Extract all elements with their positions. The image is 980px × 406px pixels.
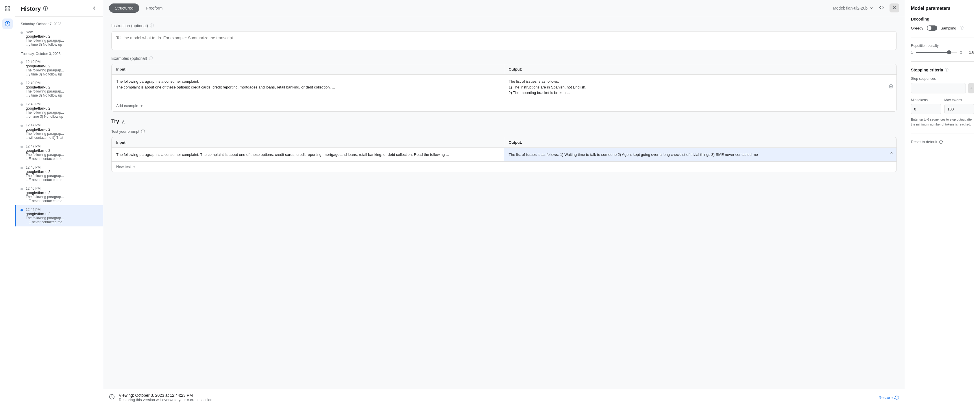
history-item-model: google/flan-ul2 [26, 148, 99, 153]
test-output-cell: The list of issues is as follows: 1) Wai… [504, 148, 897, 162]
restore-banner-left: Viewing: October 3, 2023 at 12:44:23 PM … [109, 393, 213, 402]
history-list-item[interactable]: 12:47 PM google/flan-ul2 The following p… [15, 142, 103, 163]
history-item-content: 12:49 PM google/flan-ul2 The following p… [26, 81, 99, 97]
history-list-item[interactable]: 12:49 PM google/flan-ul2 The following p… [15, 79, 103, 100]
examples-info-icon[interactable]: ⓘ [149, 56, 153, 61]
history-item-dot [21, 61, 23, 64]
instruction-input[interactable] [116, 35, 892, 45]
output-collapse-button[interactable] [889, 151, 894, 156]
examples-table: Input: Output: The following paragraph i… [111, 64, 897, 111]
history-item-preview: The following paragrap... [26, 110, 99, 115]
history-item-time: 12:48 PM [26, 102, 99, 106]
history-item-preview: The following paragrap... [26, 195, 99, 199]
max-tokens-label: Max tokens [945, 98, 975, 102]
history-list: Saturday, October 7, 2023 Now google/fla… [15, 17, 103, 406]
repetition-penalty-label: Repetition penalty [911, 44, 974, 48]
history-list-item[interactable]: Now google/flan-ul2 The following paragr… [15, 28, 103, 49]
examples-section: Examples (optional) ⓘ Input: Output: The… [111, 56, 897, 111]
sampling-info-icon[interactable]: ⓘ [960, 25, 964, 31]
model-selector-button[interactable]: Model: flan-ul2-20b [833, 6, 874, 10]
try-collapse-button[interactable]: ∧ [121, 119, 125, 125]
top-bar-close-button[interactable]: ✕ [889, 3, 899, 13]
test-input-cell[interactable]: The following paragraph is a consumer co… [111, 148, 504, 162]
history-item-time: 12:49 PM [26, 81, 99, 85]
stopping-criteria-section: Stopping criteria ⓘ Stop sequences + Min… [911, 67, 974, 127]
history-list-item[interactable]: 12:46 PM google/flan-ul2 The following p… [15, 163, 103, 184]
example-output-cell[interactable]: The list of issues is as follows:1) The … [504, 75, 897, 100]
try-section: Try ∧ Test your prompt ⓘ Input: Output: … [111, 119, 897, 172]
history-item-content: 12:49 PM google/flan-ul2 The following p… [26, 60, 99, 76]
stopping-info-icon[interactable]: ⓘ [945, 67, 948, 73]
history-list-item[interactable]: 12:48 PM google/flan-ul2 The following p… [15, 100, 103, 121]
restore-text-main: Viewing: October 3, 2023 at 12:44:23 PM [119, 393, 213, 398]
instruction-box [111, 31, 897, 50]
right-panel-title: Model parameters [911, 6, 974, 11]
restore-banner-text: Viewing: October 3, 2023 at 12:44:23 PM … [119, 393, 213, 402]
sampling-label: Sampling [941, 26, 956, 30]
test-prompt-info-icon[interactable]: ⓘ [141, 129, 145, 134]
date-group-header: Saturday, October 7, 2023 [15, 19, 103, 28]
example-input-cell[interactable]: The following paragraph is a consumer co… [111, 75, 504, 100]
code-button[interactable] [877, 3, 886, 13]
examples-input-header: Input: [111, 64, 504, 74]
slider-min: 1 [911, 50, 913, 54]
history-list-item[interactable]: 12:44 PM google/flan-ul2 The following p… [15, 205, 103, 226]
main-content: Structured Freeform Model: flan-ul2-20b … [103, 0, 905, 406]
test-table-header: Input: Output: [111, 137, 896, 148]
history-close-button[interactable] [91, 5, 97, 13]
repetition-penalty-slider[interactable] [916, 52, 958, 53]
examples-output-header: Output: [504, 64, 897, 74]
svg-rect-0 [5, 6, 7, 8]
stop-sequences-note: Enter up to 6 sequences to stop output a… [911, 117, 974, 127]
svg-rect-1 [8, 6, 10, 8]
divider-1 [911, 38, 974, 38]
history-item-preview-2: ...E never contacted me [26, 220, 99, 224]
stop-sequences-input[interactable] [911, 83, 966, 93]
stop-sequences-add-button[interactable]: + [968, 83, 974, 93]
greedy-toggle[interactable] [927, 25, 937, 31]
example-delete-button[interactable] [888, 84, 894, 91]
test-input-header: Input: [111, 137, 504, 148]
history-item-model: google/flan-ul2 [26, 212, 99, 216]
restore-text-sub: Restoring this version will overwrite yo… [119, 398, 213, 402]
examples-table-header: Input: Output: [111, 64, 896, 75]
icon-bar [0, 0, 15, 406]
reset-default-button[interactable]: Reset to default [911, 140, 943, 144]
history-item-preview-2: ...E never contacted me [26, 178, 99, 182]
history-item-content: 12:46 PM google/flan-ul2 The following p… [26, 166, 99, 182]
history-item-model: google/flan-ul2 [26, 169, 99, 174]
history-info-icon[interactable]: ⓘ [43, 6, 48, 12]
history-item-preview: The following paragrap... [26, 68, 99, 72]
history-item-dot [21, 125, 23, 127]
instruction-info-icon[interactable]: ⓘ [150, 23, 154, 28]
slider-fill [916, 52, 949, 53]
decoding-title: Decoding [911, 17, 974, 21]
max-tokens-input[interactable] [945, 104, 975, 114]
min-tokens-input[interactable] [911, 104, 941, 114]
history-item-dot [21, 103, 23, 106]
history-item-content: 12:47 PM google/flan-ul2 The following p… [26, 144, 99, 161]
history-item-content: 12:48 PM google/flan-ul2 The following p… [26, 102, 99, 119]
max-tokens-group: Max tokens [945, 98, 975, 114]
new-test-button[interactable]: New test + [111, 161, 896, 172]
history-item-time: 12:47 PM [26, 144, 99, 148]
model-selector-label: Model: flan-ul2-20b [833, 6, 867, 10]
add-example-button[interactable]: Add example + [111, 100, 896, 111]
history-item-model: google/flan-ul2 [26, 64, 99, 68]
tab-freeform[interactable]: Freeform [140, 3, 169, 13]
history-view-button[interactable] [2, 19, 13, 29]
history-list-item[interactable]: 12:46 PM google/flan-ul2 The following p… [15, 184, 103, 205]
reset-default-label: Reset to default [911, 140, 937, 144]
stop-sequences-row: + [911, 83, 974, 93]
repetition-penalty-section: Repetition penalty 1 2 1.8 [911, 44, 974, 54]
history-list-item[interactable]: 12:49 PM google/flan-ul2 The following p… [15, 57, 103, 79]
history-item-model: google/flan-ul2 [26, 85, 99, 89]
slider-thumb[interactable] [947, 50, 951, 54]
restore-button[interactable]: Restore [878, 395, 899, 400]
test-output-header: Output: [504, 137, 897, 148]
tab-structured[interactable]: Structured [109, 3, 139, 13]
right-panel: Model parameters Decoding Greedy Samplin… [905, 0, 980, 406]
history-item-dot [21, 83, 23, 85]
grid-view-button[interactable] [2, 3, 13, 14]
history-list-item[interactable]: 12:47 PM google/flan-ul2 The following p… [15, 121, 103, 142]
